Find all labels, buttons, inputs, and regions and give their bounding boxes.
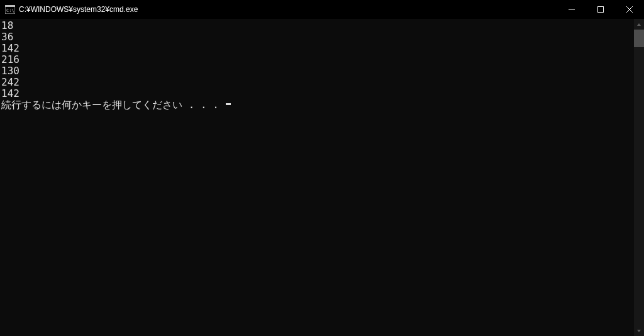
prompt-line: 続行するには何かキーを押してください . . . (1, 99, 644, 111)
output-line: 36 (1, 31, 644, 43)
scroll-thumb[interactable] (634, 30, 644, 47)
titlebar-left: C:\ C:¥WINDOWS¥system32¥cmd.exe (5, 5, 138, 14)
cursor (226, 103, 231, 105)
vertical-scrollbar[interactable] (634, 19, 644, 336)
window-controls (557, 0, 644, 18)
svg-rect-4 (598, 7, 604, 13)
prompt-text: 続行するには何かキーを押してください . . . (1, 99, 225, 111)
output-line: 142 (1, 88, 644, 99)
output-line: 142 (1, 43, 644, 54)
output-line: 130 (1, 65, 644, 77)
maximize-button[interactable] (586, 0, 615, 19)
window-titlebar[interactable]: C:\ C:¥WINDOWS¥system32¥cmd.exe (0, 0, 644, 19)
minimize-button[interactable] (557, 0, 586, 19)
scroll-up-arrow-icon[interactable] (634, 19, 644, 30)
console-output[interactable]: 18 36 142 216 130 242 142 続行するには何かキーを押して… (0, 19, 644, 336)
cmd-icon: C:\ (5, 5, 15, 14)
close-button[interactable] (615, 0, 644, 19)
output-line: 242 (1, 77, 644, 88)
window-title: C:¥WINDOWS¥system32¥cmd.exe (19, 5, 138, 14)
scroll-down-arrow-icon[interactable] (634, 325, 644, 336)
output-line: 18 (1, 20, 644, 31)
svg-text:C:\: C:\ (6, 8, 14, 13)
output-line: 216 (1, 54, 644, 65)
svg-rect-1 (5, 5, 15, 7)
